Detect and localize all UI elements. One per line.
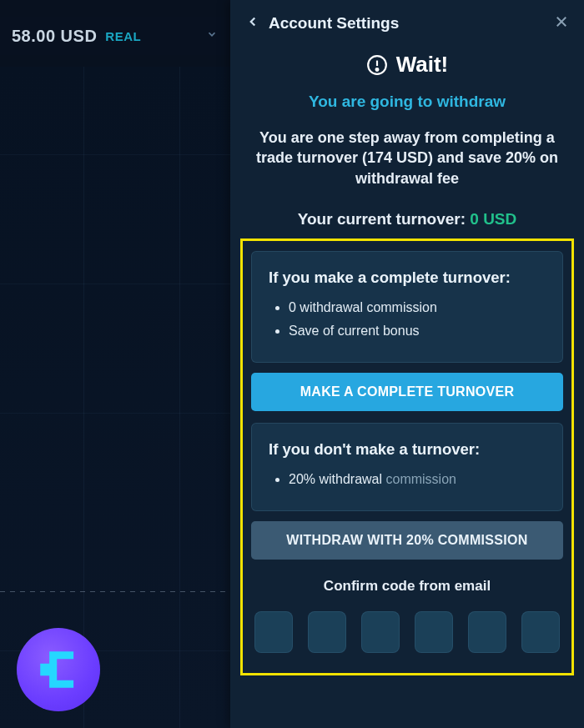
complete-turnover-card: If you make a complete turnover: 0 withd… [251,251,563,363]
desc-amount: (174 USD) [362,149,433,166]
balance-tag: REAL [105,29,141,43]
back-button[interactable] [245,14,265,33]
chevron-down-icon [206,28,218,43]
panel-body: Wait! You are going to withdraw You are … [230,52,584,700]
code-digit-input[interactable] [308,611,346,653]
make-turnover-button[interactable]: MAKE A COMPLETE TURNOVER [251,373,563,411]
code-digit-input[interactable] [254,611,293,653]
list-item: 20% withdrawal commission [289,472,546,487]
benefit-list: 0 withdrawal commission Save of current … [269,300,546,339]
close-icon [554,14,569,29]
benefit-list: 20% withdrawal commission [269,472,546,487]
grid-line [83,67,84,728]
withdraw-subtitle: You are going to withdraw [240,93,574,111]
card-title: If you make a complete turnover: [269,269,546,287]
code-digit-input[interactable] [468,611,506,653]
withdraw-commission-button[interactable]: WITHDRAW WITH 20% COMMISSION [251,521,563,560]
brand-logo[interactable] [17,628,100,711]
logo-icon [34,645,83,694]
highlighted-section: If you make a complete turnover: 0 withd… [240,238,574,675]
wait-text: Wait! [396,52,449,78]
chevron-left-icon [245,14,260,29]
card-title: If you don't make a turnover: [269,440,546,459]
code-input-row [251,611,563,653]
turnover-label: Your current turnover: [298,210,471,228]
code-digit-input[interactable] [361,611,400,653]
bullet-dim: commission [386,472,456,486]
list-item: 0 withdrawal commission [289,300,546,315]
bullet-text: 20% withdrawal [289,472,386,486]
code-digit-input[interactable] [415,611,453,653]
list-item: Save of current bonus [289,324,546,339]
confirm-code-label: Confirm code from email [251,578,563,595]
svg-point-4 [375,68,378,71]
balance-amount: 58.00 USD [12,27,97,46]
grid-line [179,67,180,728]
code-digit-input[interactable] [521,611,560,653]
balance-selector[interactable]: 58.00 USD REAL [0,17,229,55]
panel-title: Account Settings [269,14,399,33]
turnover-value: 0 USD [470,210,516,228]
current-turnover: Your current turnover: 0 USD [240,210,574,228]
wait-heading: Wait! [240,52,574,78]
close-button[interactable] [554,13,569,34]
turnover-description: You are one step away from completing a … [240,128,574,188]
alert-icon [366,54,388,76]
no-turnover-card: If you don't make a turnover: 20% withdr… [251,423,563,511]
panel-header: Account Settings [230,0,584,47]
account-settings-panel: Account Settings Wait! You are going to … [230,0,584,728]
